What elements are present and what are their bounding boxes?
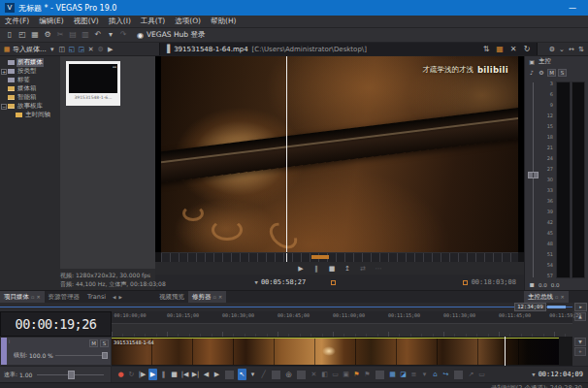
region-icon[interactable]: ⚑: [363, 369, 372, 380]
undo-icon[interactable]: ↶: [92, 29, 104, 41]
play-from-start-icon[interactable]: |▶: [138, 369, 147, 380]
new-project-icon[interactable]: ▯: [4, 29, 16, 41]
swap-icon[interactable]: ⇄: [359, 263, 368, 275]
scrollbar-corner-button[interactable]: ▸: [574, 303, 587, 311]
video-clip[interactable]: 391531548-1-64: [112, 338, 559, 365]
tree-item-by-type[interactable]: + 按类型: [0, 67, 60, 76]
tree-expander-icon[interactable]: [1, 95, 7, 101]
go-to-start-icon[interactable]: |◀: [180, 369, 189, 380]
device-icon[interactable]: ≡: [409, 369, 418, 380]
undo-dropdown-icon[interactable]: ▾: [105, 29, 116, 41]
media-thumbnail[interactable]: ▪▪ 391531548-1-6...: [66, 61, 120, 106]
play-icon[interactable]: ▶: [297, 263, 306, 275]
close-icon[interactable]: ✕: [36, 294, 40, 300]
tab-project-media[interactable]: 项目媒体▫✕: [0, 291, 45, 303]
out-point-icon[interactable]: [463, 280, 468, 285]
menu-insert[interactable]: 插入(I): [104, 16, 136, 26]
menu-edit[interactable]: 编辑(E): [34, 16, 69, 26]
import-media-button[interactable]: 导入媒体...: [13, 45, 47, 54]
tree-expander-icon[interactable]: [1, 86, 7, 92]
fader-handle[interactable]: [528, 172, 539, 178]
refresh-icon[interactable]: ↻: [521, 44, 533, 55]
pin-icon[interactable]: ▫: [213, 294, 216, 300]
delete-icon[interactable]: ✕: [310, 369, 318, 380]
auto-ripple-icon[interactable]: ▭: [331, 369, 340, 380]
track-level-slider[interactable]: [55, 355, 108, 356]
solo-button[interactable]: S: [558, 69, 567, 77]
tree-item-all-media[interactable]: 所有媒体: [0, 58, 60, 67]
video-preview-icon[interactable]: ◪: [399, 369, 408, 380]
trimmer-cursor-line[interactable]: [286, 56, 287, 252]
speaker-icon[interactable]: ♪: [528, 67, 536, 79]
record-icon[interactable]: ●: [116, 369, 125, 380]
trimmer-mini-cursor[interactable]: [286, 253, 287, 262]
open-project-icon[interactable]: ◰: [16, 29, 28, 41]
mute-button[interactable]: M: [547, 69, 556, 77]
minimize-button[interactable]: —: [562, 4, 583, 13]
tree-item-main-timeline[interactable]: 主时间轴: [0, 111, 60, 119]
go-to-end-icon[interactable]: ▶|: [191, 369, 200, 380]
menu-options[interactable]: 选项(O): [170, 16, 206, 26]
redo-icon[interactable]: ↷: [117, 29, 129, 41]
share-icon[interactable]: ↪: [441, 369, 450, 380]
separator[interactable]: [225, 371, 234, 379]
cursor-position-readout[interactable]: ▼ 00:12:04;09: [532, 371, 583, 378]
clear-icon[interactable]: ✕: [507, 44, 519, 55]
paste-icon[interactable]: ▥: [80, 29, 91, 41]
views-grid-icon[interactable]: ▦: [2, 44, 12, 55]
tab-master-bus[interactable]: 主控总线 ▫ ✕: [524, 291, 569, 303]
settings-icon[interactable]: ⚙: [547, 44, 557, 55]
video-track-header[interactable]: ⁞ M S 级别: 100.0 %: [0, 337, 112, 366]
extract-audio-icon[interactable]: ◱: [67, 44, 77, 55]
separator[interactable]: [454, 371, 463, 379]
menu-tools[interactable]: 工具(T): [136, 16, 170, 26]
loop-region-icon[interactable]: ▭: [477, 369, 486, 380]
bus-fx-icon[interactable]: ⚙: [538, 67, 545, 79]
separator[interactable]: [272, 371, 280, 379]
rate-slider[interactable]: [37, 374, 104, 375]
history-icon[interactable]: ▦: [494, 44, 506, 55]
pin-icon[interactable]: ▫: [31, 294, 34, 300]
vegas-hub-login[interactable]: ◉ VEGAS Hub 登录: [137, 30, 205, 40]
close-icon[interactable]: ✕: [218, 294, 222, 300]
tree-item-tags[interactable]: 标签: [0, 76, 60, 84]
media-properties-icon[interactable]: ⚙: [96, 44, 106, 55]
add-to-timeline-icon[interactable]: ↥: [343, 263, 352, 275]
tab-explorer[interactable]: 资源管理器: [45, 291, 84, 303]
next-frame-icon[interactable]: ▶: [212, 369, 221, 380]
tree-item-storyboards[interactable]: − 故事板库: [0, 102, 60, 111]
timeline-cursor[interactable]: [505, 337, 506, 366]
mixer-icon[interactable]: ▦: [388, 369, 397, 380]
marker-icon[interactable]: ⚑: [352, 369, 361, 380]
auto-preview-icon[interactable]: ▶: [106, 44, 115, 55]
track-solo-button[interactable]: S: [100, 340, 109, 347]
master-fader[interactable]: [528, 81, 540, 279]
pause-icon[interactable]: ‖: [312, 263, 321, 275]
envelope-tool-icon[interactable]: ╱: [259, 369, 268, 380]
save-project-icon[interactable]: ▦: [29, 29, 41, 41]
trimmer-position[interactable]: ▼ 00:05:58;27: [255, 278, 307, 286]
separator[interactable]: [297, 371, 306, 379]
tree-expander-icon[interactable]: [1, 60, 7, 66]
layout-icon[interactable]: ⇅: [576, 44, 586, 55]
lock-envelopes-icon[interactable]: ▣: [342, 369, 350, 380]
trimmer-mini-timeline[interactable]: [161, 252, 518, 262]
resize-icon[interactable]: ↔: [567, 44, 576, 55]
more-icon[interactable]: ⋯: [375, 263, 383, 275]
menu-view[interactable]: 视图(V): [69, 16, 104, 26]
level-slider-handle[interactable]: [102, 352, 108, 359]
scroll-down-button[interactable]: ▼: [574, 338, 586, 346]
lock-icon[interactable]: ▪: [529, 279, 535, 291]
close-icon[interactable]: ✕: [560, 294, 564, 300]
timeline-clip-area[interactable]: 391531548-1-64: [112, 337, 572, 366]
snap-icon[interactable]: ◧: [320, 369, 329, 380]
in-point-icon[interactable]: [331, 280, 336, 285]
tab-trimmer[interactable]: 修剪器▫✕: [188, 291, 226, 303]
tree-expander-icon[interactable]: [9, 113, 15, 118]
trimmer-selection-marker[interactable]: [311, 255, 329, 259]
tab-transitions[interactable]: Transi: [83, 291, 110, 303]
pin-icon[interactable]: ▫: [555, 294, 558, 300]
stop-icon[interactable]: ■: [328, 263, 337, 275]
pause-icon[interactable]: ‖: [159, 369, 168, 380]
timeline-timecode-display[interactable]: 00:00:19;26: [0, 311, 112, 337]
